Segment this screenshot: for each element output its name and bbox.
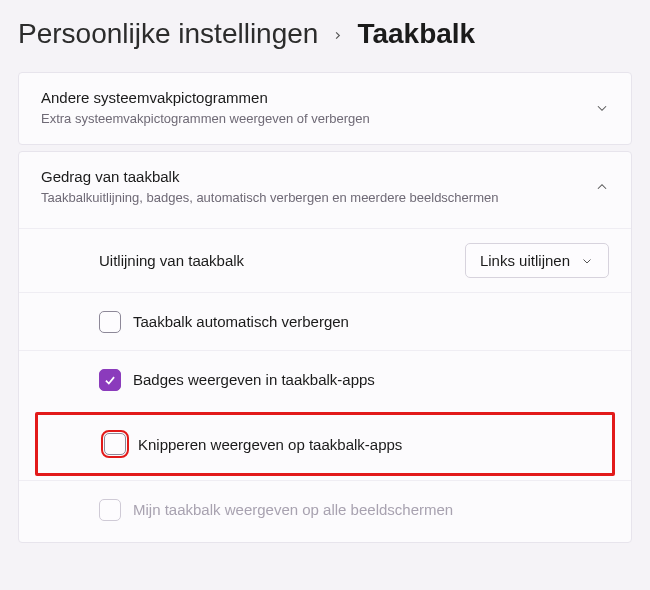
setting-badges: Badges weergeven in taakbalk-apps [19, 350, 631, 408]
setting-alignment: Uitlijning van taakbalk Links uitlijnen [19, 228, 631, 292]
breadcrumb-parent[interactable]: Persoonlijke instellingen [18, 18, 318, 50]
all-displays-checkbox [99, 499, 121, 521]
chevron-up-icon [595, 180, 609, 194]
setting-flashing: Knipperen weergeven op taakbalk-apps [38, 415, 612, 473]
setting-label: Taakbalk automatisch verbergen [133, 313, 349, 330]
panel-taskbar-behavior: Gedrag van taakbalk Taakbalkuitlijning, … [18, 151, 632, 544]
highlight-box: Knipperen weergeven op taakbalk-apps [35, 412, 615, 476]
check-icon [103, 373, 117, 387]
chevron-down-icon [580, 254, 594, 268]
panel-header-taskbar-behavior[interactable]: Gedrag van taakbalk Taakbalkuitlijning, … [19, 152, 631, 223]
flashing-checkbox[interactable] [104, 433, 126, 455]
select-value: Links uitlijnen [480, 252, 570, 269]
setting-label: Knipperen weergeven op taakbalk-apps [138, 436, 402, 453]
badges-checkbox[interactable] [99, 369, 121, 391]
setting-label: Uitlijning van taakbalk [99, 252, 244, 269]
panel-other-system-icons: Andere systeemvakpictogrammen Extra syst… [18, 72, 632, 145]
panel-title: Andere systeemvakpictogrammen [41, 89, 370, 106]
setting-label: Badges weergeven in taakbalk-apps [133, 371, 375, 388]
panel-title: Gedrag van taakbalk [41, 168, 498, 185]
chevron-down-icon [595, 101, 609, 115]
auto-hide-checkbox[interactable] [99, 311, 121, 333]
setting-label: Mijn taakbalk weergeven op alle beeldsch… [133, 501, 453, 518]
chevron-right-icon [332, 23, 343, 46]
breadcrumb: Persoonlijke instellingen Taakbalk [0, 0, 650, 72]
panel-subtitle: Taakbalkuitlijning, badges, automatisch … [41, 189, 498, 207]
breadcrumb-current: Taakbalk [357, 18, 475, 50]
setting-auto-hide: Taakbalk automatisch verbergen [19, 292, 631, 350]
panel-body: Uitlijning van taakbalk Links uitlijnen … [19, 222, 631, 542]
panel-header-other-system-icons[interactable]: Andere systeemvakpictogrammen Extra syst… [19, 73, 631, 144]
panel-subtitle: Extra systeemvakpictogrammen weergeven o… [41, 110, 370, 128]
alignment-select[interactable]: Links uitlijnen [465, 243, 609, 278]
setting-all-displays: Mijn taakbalk weergeven op alle beeldsch… [19, 480, 631, 538]
